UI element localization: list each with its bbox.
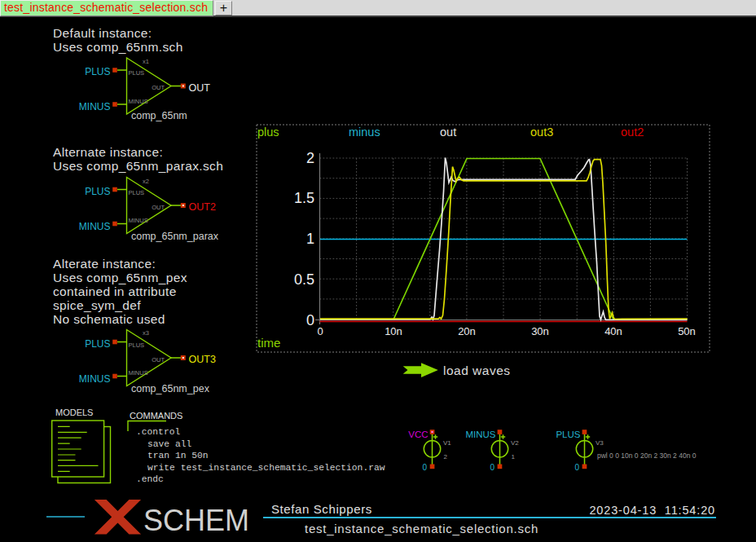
- svg-text:spice_sym_def: spice_sym_def: [53, 298, 141, 312]
- svg-text:1.5: 1.5: [294, 190, 314, 206]
- svg-text:VCC: VCC: [408, 430, 428, 439]
- svg-text:Alternate instance:: Alternate instance:: [53, 145, 163, 159]
- svg-text:0.5: 0.5: [294, 271, 314, 288]
- svg-text:tran 1n 50n: tran 1n 50n: [147, 451, 209, 460]
- svg-text:OUT: OUT: [152, 204, 165, 211]
- svg-text:Uses comp_65nm.sch: Uses comp_65nm.sch: [53, 40, 183, 54]
- svg-text:PLUS: PLUS: [556, 430, 580, 439]
- svg-text:PLUS: PLUS: [85, 66, 110, 77]
- svg-text:save all: save all: [147, 439, 191, 449]
- svg-text:2023-04-13 11:54:20: 2023-04-13 11:54:20: [589, 504, 715, 517]
- svg-text:MODELS: MODELS: [55, 408, 93, 417]
- svg-text:.control: .control: [136, 427, 180, 437]
- svg-text:minus: minus: [349, 126, 380, 139]
- svg-text:PLUS: PLUS: [129, 342, 145, 349]
- svg-text:10n: 10n: [385, 325, 402, 337]
- svg-text:40n: 40n: [604, 325, 622, 337]
- svg-text:V1: V1: [443, 439, 451, 447]
- svg-text:PLUS: PLUS: [85, 338, 110, 350]
- svg-text:OUT3: OUT3: [189, 354, 216, 365]
- svg-text:PLUS: PLUS: [129, 69, 145, 77]
- svg-text:2: 2: [444, 453, 448, 460]
- svg-text:OUT: OUT: [152, 84, 165, 91]
- svg-text:0: 0: [317, 325, 323, 337]
- svg-text:V2: V2: [511, 439, 519, 447]
- svg-text:1: 1: [306, 231, 314, 247]
- svg-text:2: 2: [306, 150, 314, 166]
- svg-text:.endc: .endc: [136, 474, 164, 484]
- svg-text:comp_65nm_pex: comp_65nm_pex: [131, 383, 210, 394]
- svg-text:V3: V3: [596, 439, 604, 447]
- svg-text:OUT2: OUT2: [189, 201, 216, 213]
- svg-text:load waves: load waves: [443, 364, 511, 377]
- svg-text:MINUS: MINUS: [129, 217, 148, 224]
- svg-text:write test_instance_schematic_: write test_instance_schematic_selection.…: [147, 463, 385, 473]
- svg-text:50n: 50n: [678, 325, 696, 337]
- svg-text:comp_65nm: comp_65nm: [131, 110, 187, 121]
- svg-text:MINUS: MINUS: [465, 430, 495, 439]
- svg-text:comp_65nm_parax: comp_65nm_parax: [131, 231, 219, 242]
- svg-text:0: 0: [422, 463, 427, 472]
- svg-text:OUT: OUT: [152, 356, 165, 364]
- svg-text:MINUS: MINUS: [79, 373, 111, 385]
- svg-text:x3: x3: [143, 329, 149, 337]
- svg-text:x1: x1: [143, 58, 149, 65]
- svg-text:Default instance:: Default instance:: [53, 26, 152, 40]
- svg-text:contained in attribute: contained in attribute: [53, 284, 177, 298]
- svg-text:OUT: OUT: [189, 82, 211, 94]
- svg-text:x2: x2: [143, 178, 149, 185]
- svg-text:pwl 0 0 10n 0 20n 2 30n 2 40n: pwl 0 0 10n 0 20n 2 30n 2 40n 0: [597, 452, 697, 460]
- svg-text:plus: plus: [257, 126, 279, 139]
- svg-text:out: out: [440, 126, 456, 139]
- svg-text:time: time: [257, 336, 280, 350]
- svg-text:Stefan Schippers: Stefan Schippers: [271, 502, 372, 516]
- svg-text:20n: 20n: [458, 325, 476, 337]
- svg-text:1: 1: [512, 453, 516, 460]
- svg-text:30n: 30n: [531, 325, 549, 337]
- svg-text:0: 0: [490, 463, 494, 472]
- svg-text:MINUS: MINUS: [79, 221, 111, 232]
- svg-text:SCHEM: SCHEM: [143, 504, 249, 537]
- svg-text:0: 0: [306, 312, 314, 328]
- svg-text:MINUS: MINUS: [129, 369, 148, 377]
- svg-text:test_instance_schematic_select: test_instance_schematic_selection.sch: [305, 522, 538, 535]
- svg-text:MINUS: MINUS: [79, 101, 111, 112]
- svg-text:No schematic used: No schematic used: [53, 312, 165, 326]
- svg-text:Uses comp_65nm_pex: Uses comp_65nm_pex: [53, 271, 187, 284]
- svg-text:PLUS: PLUS: [129, 189, 145, 196]
- svg-text:Uses comp_65nm_parax.sch: Uses comp_65nm_parax.sch: [53, 159, 223, 173]
- svg-text:PLUS: PLUS: [85, 186, 110, 197]
- svg-text:COMMANDS: COMMANDS: [130, 411, 182, 421]
- svg-text:Alterate instance:: Alterate instance:: [53, 257, 156, 271]
- svg-text:MINUS: MINUS: [129, 98, 148, 105]
- svg-text:out3: out3: [530, 126, 553, 139]
- svg-text:out2: out2: [621, 126, 644, 139]
- svg-text:0: 0: [574, 463, 579, 472]
